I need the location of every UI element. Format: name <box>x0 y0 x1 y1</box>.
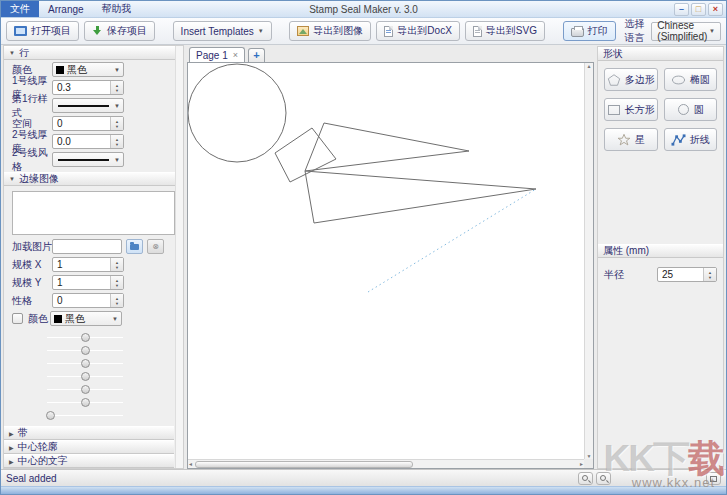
ellipse-tool-button[interactable]: 椭圆 <box>664 68 718 91</box>
line-color-dropdown[interactable]: 黑色 ▼ <box>52 62 124 77</box>
canvas-area: Page 1 × + ▲ ▼ ◄ ► <box>187 46 594 469</box>
folder-icon <box>130 244 139 250</box>
spinner-arrows-icon[interactable]: ▲▼ <box>703 268 716 281</box>
spinner-arrows-icon[interactable]: ▲▼ <box>110 117 123 130</box>
color-swatch <box>54 315 62 323</box>
line-style-preview <box>58 105 109 107</box>
minimize-icon[interactable]: – <box>674 3 689 16</box>
circle-tool-button[interactable]: 圆 <box>664 98 718 121</box>
section-header-center-text[interactable]: ▶ 中心的文字 <box>4 454 174 468</box>
export-docx-button[interactable]: 导出到DocX <box>376 21 459 41</box>
right-panel: 形状 多边形 椭圆 长方形 圆 星 <box>597 46 724 469</box>
expand-arrow-icon: ▶ <box>9 444 14 451</box>
save-project-button[interactable]: 保存项目 <box>84 21 155 41</box>
scroll-left-icon[interactable]: ◄ <box>188 461 193 467</box>
adjust-slider[interactable] <box>47 409 123 422</box>
scale-y-spinner[interactable]: 1 ▲▼ <box>52 275 124 290</box>
language-select[interactable]: Chinese (Simplified) ▼ <box>651 22 721 41</box>
vertical-scrollbar[interactable]: ▲ ▼ <box>584 63 593 459</box>
line1-style-dropdown[interactable]: ▼ <box>52 98 124 113</box>
edge-color-dropdown[interactable]: 黑色 ▼ <box>50 311 122 326</box>
close-icon[interactable]: × <box>708 3 723 16</box>
space-spinner[interactable]: 0 ▲▼ <box>52 116 124 131</box>
section-header-line[interactable]: ▼ 行 <box>4 46 183 60</box>
menu-arrange[interactable]: Arrange <box>39 1 93 17</box>
section-header-edge-image[interactable]: ▼ 边缘图像 <box>4 172 183 186</box>
left-panel-scrollbar[interactable] <box>175 46 183 468</box>
drawing-canvas[interactable]: ▲ ▼ ◄ ► <box>187 62 594 469</box>
spinner-arrows-icon[interactable]: ▲▼ <box>110 81 123 94</box>
adjust-slider[interactable] <box>47 357 123 370</box>
scrollbar-corner <box>584 459 593 468</box>
slider-thumb[interactable] <box>81 333 90 342</box>
radius-spinner[interactable]: 25 ▲▼ <box>657 267 717 282</box>
spinner-arrows-icon[interactable]: ▲▼ <box>110 258 123 271</box>
expand-arrow-icon: ▶ <box>9 430 14 437</box>
polygon-tool-button[interactable]: 多边形 <box>604 68 658 91</box>
color-checkbox[interactable] <box>12 313 23 324</box>
page-tab[interactable]: Page 1 × <box>189 47 245 62</box>
zoom-in-button[interactable] <box>596 472 611 485</box>
chevron-down-icon: ▼ <box>114 67 120 73</box>
load-image-row: 加载图片 ⊗ <box>4 238 183 255</box>
adjust-slider[interactable] <box>47 396 123 409</box>
collapsed-sections: ▶ 带 ▶ 中心轮廓 ▶ 中心的文字 <box>4 426 174 468</box>
tab-close-icon[interactable]: × <box>233 50 238 60</box>
browse-folder-button[interactable] <box>126 239 143 254</box>
slider-thumb[interactable] <box>81 372 90 381</box>
slider-thumb[interactable] <box>46 411 55 420</box>
line1-style-row: 第1行样式 ▼ <box>4 97 183 114</box>
export-svg-button[interactable]: 导出到SVG <box>465 21 545 41</box>
scroll-up-icon[interactable]: ▲ <box>587 63 592 69</box>
chevron-down-icon: ▼ <box>112 316 118 322</box>
fit-view-button[interactable] <box>706 472 721 485</box>
character-spinner[interactable]: 0 ▲▼ <box>52 293 124 308</box>
adjust-slider[interactable] <box>47 331 123 344</box>
clear-image-button[interactable]: ⊗ <box>147 239 164 254</box>
adjust-slider[interactable] <box>47 344 123 357</box>
status-bar: Seal added <box>1 469 726 486</box>
rectangle-icon <box>607 104 621 116</box>
section-header-properties: 属性 (mm) <box>598 244 723 258</box>
window-controls: – □ × <box>674 3 726 16</box>
rectangle-tool-button[interactable]: 长方形 <box>604 98 658 121</box>
insert-templates-button[interactable]: Insert Templates ▼ <box>173 21 272 41</box>
slider-thumb[interactable] <box>81 398 90 407</box>
export-image-button[interactable]: 导出到图像 <box>289 21 371 41</box>
spinner-arrows-icon[interactable]: ▲▼ <box>110 135 123 148</box>
print-button[interactable]: 打印 <box>563 21 616 41</box>
ellipse-icon <box>671 74 686 86</box>
open-project-button[interactable]: 打开项目 <box>6 21 79 41</box>
app-window: Stamp Seal Maker v. 3.0 文件 Arrange 帮助我 –… <box>0 0 727 495</box>
line1-thickness-spinner[interactable]: 0.3 ▲▼ <box>52 80 124 95</box>
add-page-button[interactable]: + <box>248 48 265 62</box>
slider-thumb[interactable] <box>81 359 90 368</box>
star-tool-button[interactable]: 星 <box>604 128 658 151</box>
line2-style-dropdown[interactable]: ▼ <box>52 152 124 167</box>
scrollbar-thumb[interactable] <box>195 461 413 468</box>
slider-thumb[interactable] <box>81 346 90 355</box>
horizontal-scrollbar[interactable]: ◄ ► <box>188 459 584 468</box>
chevron-down-icon: ▼ <box>258 28 264 34</box>
adjust-slider[interactable] <box>47 370 123 383</box>
polyline-tool-button[interactable]: 折线 <box>664 128 718 151</box>
spinner-arrows-icon[interactable]: ▲▼ <box>110 294 123 307</box>
color-swatch <box>56 66 64 74</box>
menu-file[interactable]: 文件 <box>1 1 39 17</box>
scale-x-spinner[interactable]: 1 ▲▼ <box>52 257 124 272</box>
polyline-icon <box>671 133 686 147</box>
star-icon <box>617 133 631 147</box>
load-image-input[interactable] <box>52 239 122 254</box>
spinner-arrows-icon[interactable]: ▲▼ <box>110 276 123 289</box>
open-project-icon <box>14 26 27 36</box>
section-header-center-outline[interactable]: ▶ 中心轮廓 <box>4 440 174 454</box>
menu-help[interactable]: 帮助我 <box>93 1 141 17</box>
slider-thumb[interactable] <box>81 385 90 394</box>
maximize-icon[interactable]: □ <box>691 3 706 16</box>
adjust-slider[interactable] <box>47 383 123 396</box>
zoom-out-button[interactable] <box>578 472 593 485</box>
edge-image-preview <box>12 191 175 235</box>
line2-thickness-spinner[interactable]: 0.0 ▲▼ <box>52 134 124 149</box>
section-header-band[interactable]: ▶ 带 <box>4 426 174 440</box>
grid-icon <box>710 476 717 482</box>
